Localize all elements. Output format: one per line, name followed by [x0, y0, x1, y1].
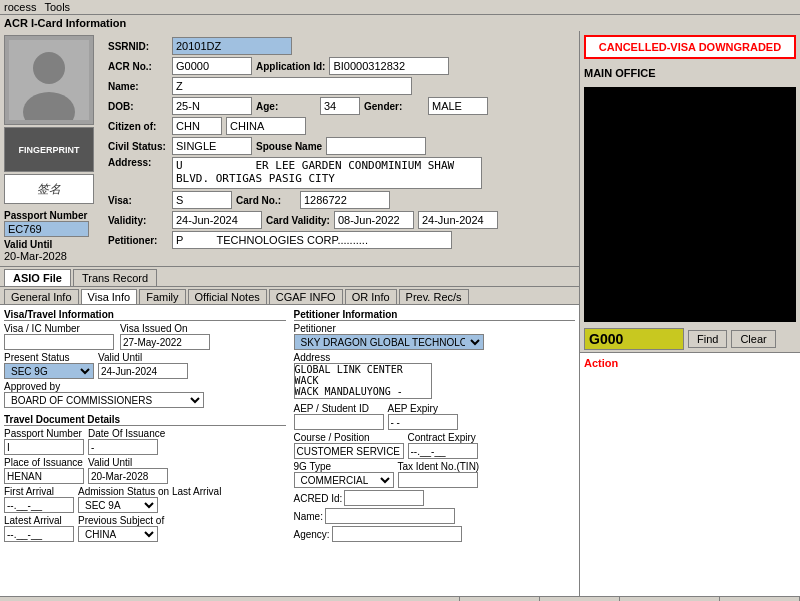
clear-button[interactable]: Clear — [731, 330, 775, 348]
signature-box: 签名 — [4, 174, 94, 204]
aep-expiry-input[interactable] — [388, 414, 458, 430]
agency-input[interactable] — [332, 526, 462, 542]
validity-input[interactable] — [172, 211, 262, 229]
card-no-input[interactable] — [300, 191, 390, 209]
photo-box — [4, 35, 94, 125]
fingerprint-box: FINGERPRINT — [4, 127, 94, 172]
action-label: Action — [584, 357, 618, 369]
name-input[interactable] — [172, 77, 412, 95]
prev-subject-label: Previous Subject of — [78, 515, 164, 526]
ssrn-label: SSRNID: — [108, 41, 168, 52]
place-input[interactable] — [4, 468, 84, 484]
tax-input[interactable] — [398, 472, 478, 488]
aep-id-input[interactable] — [294, 414, 384, 430]
acr-no-input[interactable] — [172, 57, 252, 75]
admission-select[interactable]: SEC 9A — [78, 497, 158, 513]
visa-label: Visa: — [108, 195, 168, 206]
petitioner-input[interactable] — [172, 231, 452, 249]
spouse-label: Spouse Name — [256, 141, 322, 152]
menu-tools[interactable]: Tools — [44, 1, 70, 13]
svg-point-1 — [33, 52, 65, 84]
valid-until-input2[interactable] — [98, 363, 188, 379]
sub-tab-or-info[interactable]: OR Info — [345, 289, 397, 304]
visa-issued-input[interactable] — [120, 334, 210, 350]
cancelled-banner: CANCELLED-VISA DOWNGRADED — [584, 35, 796, 59]
approved-by-label: Approved by — [4, 381, 204, 392]
acred-id-input[interactable] — [344, 490, 424, 506]
menu-process[interactable]: rocess — [4, 1, 36, 13]
spouse-input[interactable] — [326, 137, 426, 155]
passport-input[interactable] — [4, 439, 84, 455]
sub-tab-family[interactable]: Family — [139, 289, 185, 304]
approved-by-select[interactable]: BOARD OF COMMISSIONERS — [4, 392, 204, 408]
citizen-code-input[interactable] — [172, 117, 222, 135]
acr-header: FINGERPRINT 签名 Passport Number EC769 Val… — [0, 31, 579, 267]
person-photo — [9, 40, 89, 120]
first-arrival-label: First Arrival — [4, 486, 74, 497]
sub-tabs: General Info Visa Info Family Official N… — [0, 287, 579, 305]
visa-input[interactable] — [172, 191, 232, 209]
status-time: 02:04:36 PM — [720, 597, 800, 601]
tax-label: Tax Ident No.(TIN) — [398, 461, 480, 472]
contract-expiry-input[interactable] — [408, 443, 478, 459]
sub-tab-visa-info[interactable]: Visa Info — [81, 289, 138, 304]
main-office-right-label: MAIN OFFICE — [580, 63, 800, 83]
petitioner-address-textarea[interactable]: GLOBAL LINK CENTER WACK WACK MANDALUYONG… — [294, 363, 432, 399]
citizen-name-input[interactable] — [226, 117, 306, 135]
passport-label2: Passport Number — [4, 428, 84, 439]
gender-input[interactable] — [428, 97, 488, 115]
valid-until-label3: Valid Until — [88, 457, 168, 468]
first-arrival-input[interactable] — [4, 497, 74, 513]
app-id-input[interactable] — [329, 57, 449, 75]
main-tabs: ASIO File Trans Record — [0, 267, 579, 287]
left-panel: FINGERPRINT 签名 Passport Number EC769 Val… — [0, 31, 580, 596]
visa-issued-label: Visa Issued On — [120, 323, 210, 334]
sub-tab-general-info[interactable]: General Info — [4, 289, 79, 304]
sub-tab-official-notes[interactable]: Official Notes — [188, 289, 267, 304]
age-label: Age: — [256, 101, 316, 112]
g000-search-input[interactable] — [584, 328, 684, 350]
find-button[interactable]: Find — [688, 330, 727, 348]
visa-travel-section-header: Visa/Travel Information — [4, 309, 286, 321]
tab-asio-file[interactable]: ASIO File — [4, 269, 71, 286]
course-label: Course / Position — [294, 432, 404, 443]
name-label2: Name: — [294, 511, 323, 522]
valid-until-value: 20-Mar-2028 — [4, 250, 104, 262]
date-issue-input[interactable] — [88, 439, 158, 455]
acr-no-label: ACR No.: — [108, 61, 168, 72]
dob-input[interactable] — [172, 97, 252, 115]
app-id-label: Application Id: — [256, 61, 325, 72]
sub-tab-prev-recs[interactable]: Prev. Rec/s — [399, 289, 469, 304]
photo-area: FINGERPRINT 签名 Passport Number EC769 Val… — [4, 35, 104, 262]
card-validity-from-input[interactable] — [334, 211, 414, 229]
agency-label: Agency: — [294, 529, 330, 540]
gender-label: Gender: — [364, 101, 424, 112]
name-input2[interactable] — [325, 508, 455, 524]
visa-ic-input[interactable] — [4, 334, 114, 350]
9g-type-select[interactable]: COMMERCIAL — [294, 472, 394, 488]
valid-until-label2: Valid Until — [98, 352, 188, 363]
prev-subject-select[interactable]: CHINA — [78, 526, 158, 542]
right-search-bar: Find Clear — [580, 326, 800, 352]
petitioner-info-select[interactable]: SKY DRAGON GLOBAL TECHNOLOGIES — [294, 334, 484, 350]
age-input[interactable] — [320, 97, 360, 115]
black-box — [584, 87, 796, 322]
course-input[interactable] — [294, 443, 404, 459]
valid-until-input3[interactable] — [88, 468, 168, 484]
tab-trans-record[interactable]: Trans Record — [73, 269, 157, 286]
address-input[interactable]: U ER LEE GARDEN CONDOMINIUM SHAW BLVD. O… — [172, 157, 482, 189]
aep-expiry-label: AEP Expiry — [388, 403, 458, 414]
latest-arrival-input[interactable] — [4, 526, 74, 542]
civil-status-label: Civil Status: — [108, 141, 168, 152]
ssrn-input[interactable] — [172, 37, 292, 55]
civil-status-input[interactable] — [172, 137, 252, 155]
present-status-select[interactable]: SEC 9G — [4, 363, 94, 379]
sub-tab-cgaf-info[interactable]: CGAF INFO — [269, 289, 343, 304]
citizen-label: Citizen of: — [108, 121, 168, 132]
travel-doc-header: Travel Document Details — [4, 414, 286, 426]
acred-id-label: ACRED Id: — [294, 493, 343, 504]
status-user: LLENESAJI — [540, 597, 620, 601]
card-validity-to-input[interactable] — [418, 211, 498, 229]
status-date: March 20, 2023 — [620, 597, 720, 601]
petitioner-info-label: Petitioner — [294, 323, 484, 334]
